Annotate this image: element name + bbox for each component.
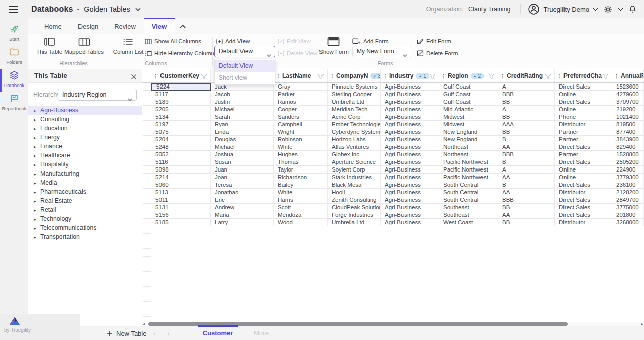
show-all-columns-button[interactable]: Show All Columns — [145, 37, 201, 45]
selected-table-cell[interactable]: 5224 — [151, 83, 211, 91]
tree-item-retail[interactable]: ▸Retail — [28, 205, 142, 214]
table-cell[interactable]: 4279600 — [612, 91, 644, 98]
expand-arrow-icon[interactable]: ▸ — [34, 233, 40, 242]
column-header-annualre[interactable]: ⋮AnnualRe — [612, 69, 644, 82]
table-cell[interactable]: Joan — [211, 174, 274, 181]
table-cell[interactable]: BB — [498, 113, 555, 121]
table-cell[interactable]: Wood — [274, 219, 328, 226]
table-cell[interactable]: Ember Technologies — [328, 121, 381, 128]
table-cell[interactable]: 5189 — [151, 98, 211, 106]
table-cell[interactable]: Agri-Business — [381, 91, 439, 98]
tree-item-education[interactable]: ▸Education — [28, 124, 142, 133]
table-cell[interactable]: New England — [439, 136, 498, 143]
table-cell[interactable]: Agri-Business — [381, 143, 439, 151]
column-header-creditrating[interactable]: ⋮CreditRating — [498, 69, 555, 82]
notifications-bell-icon[interactable] — [628, 5, 637, 14]
table-cell[interactable]: 5060 — [151, 181, 211, 189]
table-cell[interactable]: 219200 — [612, 106, 644, 113]
table-cell[interactable]: Douglas — [211, 136, 274, 143]
row-gutter-cell[interactable] — [143, 211, 151, 219]
filter-funnel-icon[interactable] — [429, 73, 436, 79]
close-icon[interactable] — [131, 73, 137, 79]
table-cell[interactable]: Pinnacle Systems — [328, 83, 381, 91]
table-cell[interactable]: Agri-Business — [381, 151, 439, 158]
table-cell[interactable]: 5214 — [151, 174, 211, 181]
expand-arrow-icon[interactable]: ▸ — [34, 124, 40, 133]
table-cell[interactable]: Thomas — [274, 158, 328, 166]
table-cell[interactable]: 5156 — [151, 211, 211, 219]
table-cell[interactable]: Online — [555, 106, 612, 113]
add-form-button[interactable]: Add Form — [352, 37, 389, 45]
table-cell[interactable]: Midwest — [439, 121, 498, 128]
table-cell[interactable]: Aperture Science — [328, 158, 381, 166]
table-cell[interactable]: A — [498, 83, 555, 91]
table-cell[interactable]: New England — [439, 128, 498, 136]
table-cell[interactable]: Parker — [274, 91, 328, 98]
this-table-button[interactable]: This Table — [33, 36, 65, 59]
table-cell[interactable]: Agri-Business — [381, 128, 439, 136]
table-cell[interactable]: Black Mesa — [328, 181, 381, 189]
table-cell[interactable]: Distributor — [555, 219, 612, 226]
table-cell[interactable]: 829400 — [612, 143, 644, 151]
table-cell[interactable]: Phone — [555, 113, 612, 121]
add-view-button[interactable]: Add View — [216, 37, 250, 45]
table-cell[interactable]: Pacific Northwest — [439, 166, 498, 174]
table-cell[interactable]: 3709700 — [612, 98, 644, 106]
table-cell[interactable]: White — [274, 143, 328, 151]
table-cell[interactable]: Scott — [274, 204, 328, 211]
table-cell[interactable]: 3843900 — [612, 136, 644, 143]
table-cell[interactable]: Partner — [555, 136, 612, 143]
row-gutter-cell[interactable] — [143, 91, 151, 98]
tree-item-agri-business[interactable]: ▸Agri-Business — [28, 106, 142, 115]
table-cell[interactable]: Agri-Business — [381, 158, 439, 166]
table-cell[interactable]: Ryan — [211, 121, 274, 128]
table-cell[interactable]: Direct Sales — [555, 196, 612, 204]
table-cell[interactable]: Agri-Business — [381, 121, 439, 128]
expand-arrow-icon[interactable]: ▸ — [34, 224, 40, 233]
table-cell[interactable]: Maria — [211, 211, 274, 219]
table-cell[interactable]: 224900 — [612, 166, 644, 174]
table-cell[interactable]: AA — [498, 211, 555, 219]
row-gutter-cell[interactable] — [143, 272, 151, 279]
next-table-arrow-icon[interactable]: › — [167, 326, 170, 340]
table-cell[interactable]: CloudPeak Solutions — [328, 204, 381, 211]
filter-funnel-icon[interactable] — [602, 73, 609, 79]
table-cell[interactable]: 5131 — [151, 204, 211, 211]
sidebar-item-folders[interactable]: Folders — [0, 46, 28, 68]
table-cell[interactable]: 3779300 — [612, 174, 644, 181]
book-switcher-caret-icon[interactable] — [135, 8, 141, 11]
row-gutter-cell[interactable] — [143, 151, 151, 158]
hide-hierarchy-columns-button[interactable]: Hide Hierarchy Columns — [145, 49, 217, 57]
table-cell[interactable]: Agri-Business — [381, 174, 439, 181]
hierarchy-selector[interactable]: Industry Region — [58, 89, 137, 101]
table-cell[interactable]: Gray — [274, 83, 328, 91]
row-gutter-cell[interactable] — [143, 309, 151, 317]
sort-badge[interactable]: ▲2 — [471, 73, 485, 79]
expand-arrow-icon[interactable]: ▸ — [34, 206, 40, 215]
tree-item-finance[interactable]: ▸Finance — [28, 142, 142, 151]
table-cell[interactable]: Pacific Northwest — [439, 158, 498, 166]
table-cell[interactable]: Direct Sales — [555, 181, 612, 189]
row-gutter-cell[interactable] — [143, 302, 151, 309]
more-tables-button[interactable]: More — [254, 326, 278, 340]
table-cell[interactable]: Agri-Business — [381, 136, 439, 143]
filter-funnel-icon[interactable] — [201, 73, 207, 79]
column-header-lastname[interactable]: ⋮LastName — [274, 69, 328, 82]
table-cell[interactable]: Agri-Business — [381, 166, 439, 174]
table-cell[interactable]: Jacob — [211, 91, 274, 98]
expand-arrow-icon[interactable]: ▸ — [34, 106, 40, 115]
tree-item-pharmaceuticals[interactable]: ▸Pharmaceuticals — [28, 187, 142, 196]
table-cell[interactable]: Agri-Business — [381, 106, 439, 113]
row-gutter-cell[interactable] — [143, 294, 151, 302]
table-cell[interactable]: Hooli — [328, 189, 381, 196]
table-cell[interactable]: Bailey — [274, 181, 328, 189]
table-cell[interactable]: 5098 — [151, 166, 211, 174]
table-cell[interactable]: B — [498, 136, 555, 143]
prev-table-arrow-icon[interactable]: ‹ — [153, 326, 156, 340]
table-cell[interactable]: Online — [555, 166, 612, 174]
expand-arrow-icon[interactable]: ▸ — [34, 133, 40, 142]
tree-item-manufacturing[interactable]: ▸Manufacturing — [28, 169, 142, 178]
table-cell[interactable]: Umbrella Ltd — [328, 98, 381, 106]
view-menu-item-short-view[interactable]: Short view — [215, 72, 275, 84]
filter-funnel-icon[interactable] — [371, 73, 377, 79]
